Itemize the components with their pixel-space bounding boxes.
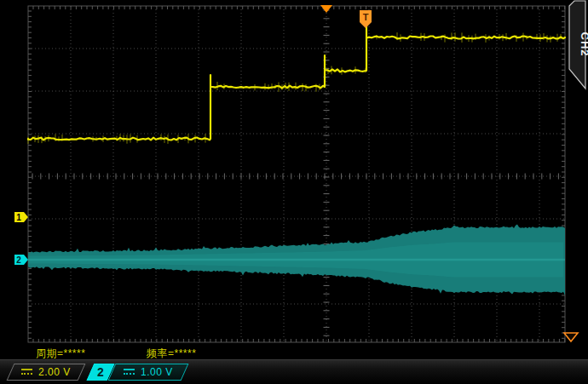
ch1-ref-marker[interactable]: 1 bbox=[14, 212, 28, 222]
ch2-ref-label: 2 bbox=[16, 255, 21, 265]
ch2-badge-label: 2 bbox=[97, 365, 104, 379]
ch1-scale-value: 2.00 V bbox=[38, 366, 71, 378]
trigger-level-flag[interactable]: T bbox=[360, 10, 372, 28]
status-bar: 2.00 V 2 1.00 V bbox=[0, 359, 588, 384]
scope-screen: 1 2 T CH2 bbox=[0, 0, 588, 359]
ch1-status-block[interactable]: 2.00 V bbox=[7, 364, 86, 381]
ch2-menu-tab[interactable]: CH2 bbox=[569, 1, 588, 89]
ch2-ref-marker[interactable]: 2 bbox=[14, 255, 28, 265]
trigger-flag-label: T bbox=[363, 12, 369, 22]
ch2-scale-value: 1.00 V bbox=[141, 366, 173, 378]
ch1-ref-label: 1 bbox=[16, 213, 21, 222]
trigger-position-marker[interactable] bbox=[320, 5, 332, 13]
ch1-dc-coupling-icon bbox=[21, 369, 32, 375]
offscreen-trigger-arrow bbox=[564, 333, 578, 341]
ch2-dc-coupling-icon bbox=[124, 369, 135, 375]
ch1-waveform-trace bbox=[28, 24, 565, 144]
ch2-waveform-trace bbox=[28, 225, 565, 295]
ch2-status-block[interactable]: 1.00 V bbox=[108, 364, 189, 381]
ch2-tab-label: CH2 bbox=[579, 32, 588, 56]
